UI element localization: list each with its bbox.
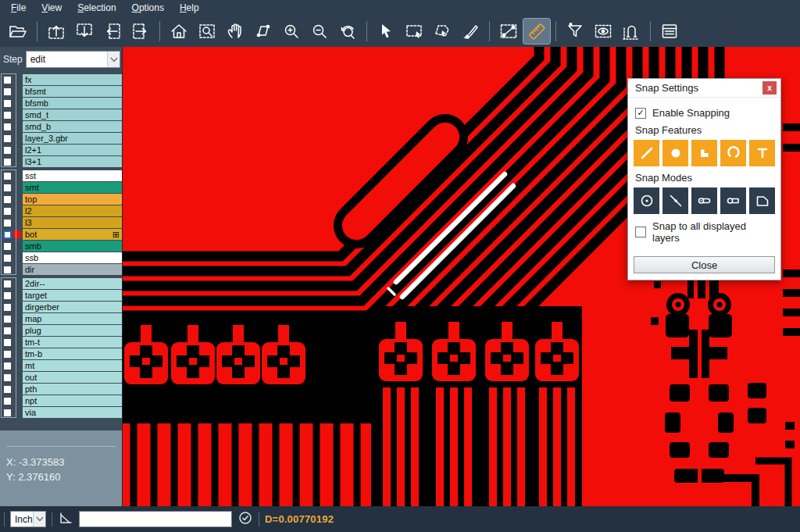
layer-visibility-checkbox[interactable]	[3, 172, 12, 180]
menu-view[interactable]: View	[34, 1, 70, 15]
layer-label[interactable]: l3	[23, 217, 122, 228]
layer-label[interactable]: ssb	[23, 252, 122, 263]
layer-visibility-checkbox[interactable]	[3, 397, 12, 405]
snap-all-layers-checkbox[interactable]	[635, 227, 646, 237]
layer-label[interactable]: smt	[23, 182, 122, 193]
layer-visibility-checkbox[interactable]	[3, 184, 12, 192]
layers-panel-button[interactable]	[656, 19, 683, 44]
layer-visibility-checkbox[interactable]	[3, 230, 12, 239]
layer-visibility-checkbox[interactable]	[3, 362, 12, 370]
layer-label[interactable]: pth	[23, 384, 122, 395]
layer-label[interactable]: target	[23, 290, 122, 301]
menu-help[interactable]: Help	[172, 1, 207, 15]
layer-visibility-checkbox[interactable]	[3, 219, 12, 227]
pan-up-button[interactable]	[43, 19, 70, 44]
pan-right-button[interactable]	[127, 19, 154, 44]
snap-feature-surface-button[interactable]	[691, 140, 717, 166]
layer-label[interactable]: bfsmb	[23, 98, 122, 109]
layer-row-l2[interactable]: l2	[0, 205, 122, 216]
layer-visibility-checkbox[interactable]	[3, 327, 12, 335]
layer-label[interactable]: via	[23, 407, 122, 418]
layer-row-pth[interactable]: pth	[0, 384, 122, 395]
layer-row-map[interactable]: map	[0, 313, 122, 324]
layer-label[interactable]: smb	[23, 241, 122, 252]
layer-visibility-checkbox[interactable]	[3, 134, 12, 143]
select-pointer-button[interactable]	[373, 19, 399, 44]
layer-label[interactable]: dir	[23, 264, 122, 275]
ruler-button[interactable]	[523, 19, 550, 44]
visibility-button[interactable]	[590, 19, 616, 44]
layer-visibility-checkbox[interactable]	[3, 76, 12, 84]
layer-row-out[interactable]: out	[0, 372, 122, 383]
layer-row-smb[interactable]: smb	[0, 241, 122, 252]
layer-label[interactable]: sst	[23, 170, 122, 181]
layer-row-mt[interactable]: mt	[0, 360, 122, 371]
layer-visibility-checkbox[interactable]	[3, 338, 12, 347]
layer-row-top[interactable]: top	[0, 194, 122, 205]
snap-mode-slot-button[interactable]	[691, 187, 717, 214]
zoom-area-button[interactable]	[194, 19, 220, 44]
pan-hand-button[interactable]	[222, 19, 248, 44]
zoom-previous-button[interactable]	[334, 19, 361, 44]
layer-row-l3[interactable]: l3	[0, 217, 122, 228]
snap-feature-line-button[interactable]	[634, 140, 659, 166]
layer-row-sst[interactable]: sst	[0, 170, 122, 181]
snap-mode-keyhole-button[interactable]	[720, 187, 746, 214]
layer-visibility-checkbox[interactable]	[3, 409, 12, 417]
layer-row-l2+1[interactable]: l2+1	[0, 145, 122, 155]
layer-row-tm-b[interactable]: tm-b	[0, 348, 122, 359]
confirm-icon[interactable]	[238, 510, 253, 529]
layer-visibility-checkbox[interactable]	[3, 280, 12, 288]
snap-feature-arc-button[interactable]	[720, 140, 746, 166]
layer-visibility-checkbox[interactable]	[3, 350, 12, 359]
pan-down-button[interactable]	[71, 19, 98, 44]
layer-row-via[interactable]: via	[0, 407, 122, 418]
layer-label[interactable]: layer_3.gbr	[23, 133, 122, 144]
home-view-button[interactable]	[166, 19, 192, 44]
layer-row-dirgerber[interactable]: dirgerber	[0, 302, 122, 312]
layer-label[interactable]: fx	[23, 74, 122, 85]
layer-visibility-checkbox[interactable]	[3, 315, 12, 323]
layer-visibility-checkbox[interactable]	[3, 158, 12, 166]
layer-visibility-checkbox[interactable]	[3, 266, 12, 274]
layer-label[interactable]: npt	[23, 395, 122, 406]
open-file-button[interactable]	[5, 19, 31, 44]
layer-visibility-checkbox[interactable]	[3, 254, 12, 262]
zoom-in-button[interactable]	[278, 19, 305, 44]
step-select[interactable]: edit	[26, 51, 120, 68]
layer-row-plug[interactable]: plug	[0, 325, 122, 336]
enable-snapping-checkbox[interactable]: ✓	[635, 108, 646, 119]
layer-row-l3+1[interactable]: l3+1	[0, 156, 122, 167]
select-polygon-button[interactable]	[429, 19, 455, 44]
select-rectangle-button[interactable]	[401, 19, 427, 44]
snap-feature-text-button[interactable]	[749, 140, 775, 166]
menu-options[interactable]: Options	[124, 1, 172, 15]
layer-visibility-checkbox[interactable]	[3, 291, 12, 300]
snap-feature-pad-button[interactable]	[662, 140, 688, 166]
layer-label[interactable]: tm-b	[23, 348, 122, 359]
layer-row-bfsmb[interactable]: bfsmb	[0, 98, 122, 109]
layer-label[interactable]: l2+1	[23, 145, 122, 155]
snap-mode-outline-button[interactable]	[749, 187, 775, 214]
layer-row-npt[interactable]: npt	[0, 395, 122, 406]
layer-row-ssb[interactable]: ssb	[0, 252, 122, 263]
layer-label[interactable]: tm-t	[23, 337, 122, 348]
layer-row-dir[interactable]: dir	[0, 264, 122, 275]
layer-label[interactable]: bot⊞	[23, 229, 122, 240]
brush-select-button[interactable]	[457, 19, 484, 44]
layer-visibility-checkbox[interactable]	[3, 385, 12, 394]
layer-label[interactable]: smd_t	[23, 109, 122, 120]
snap-mode-center-button[interactable]	[634, 187, 659, 214]
angle-measure-icon[interactable]	[58, 510, 73, 529]
layer-visibility-checkbox[interactable]	[3, 87, 12, 96]
snap-button[interactable]	[618, 19, 645, 44]
layer-row-fx[interactable]: fx	[0, 74, 122, 85]
menu-file[interactable]: File	[3, 1, 34, 15]
pan-left-button[interactable]	[99, 19, 126, 44]
layer-label[interactable]: top	[23, 194, 122, 205]
filter-button[interactable]	[562, 19, 588, 44]
layer-label[interactable]: mt	[23, 360, 122, 371]
layer-visibility-checkbox[interactable]	[3, 242, 12, 251]
dialog-title-bar[interactable]: Snap Settings x	[628, 79, 780, 98]
layer-visibility-checkbox[interactable]	[3, 207, 12, 216]
